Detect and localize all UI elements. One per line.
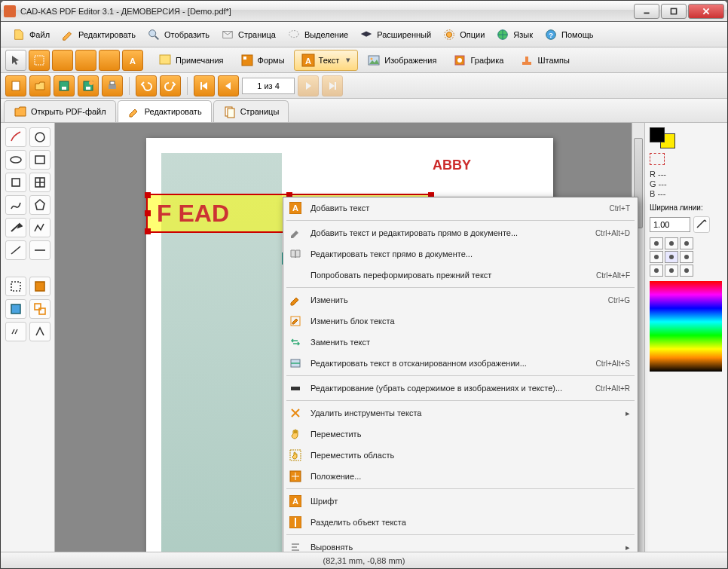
svg-point-30 [89,81,93,85]
anchor-br[interactable] [680,265,693,277]
group-tool[interactable] [29,299,50,319]
tab-pages-mode[interactable]: Страницы [213,100,289,122]
shape-tool-2[interactable] [75,50,96,71]
text-add-icon: A [288,200,303,216]
dd-delete-tools[interactable]: Удалить инструменты текста▸ [283,402,638,424]
dd-add-edit-text[interactable]: Добавить текст и редактировать прямо в д… [283,222,638,243]
anchor-bl[interactable] [650,265,663,277]
pointer-tool[interactable] [5,50,26,71]
anchor-tc[interactable] [665,237,678,249]
submenu-arrow-icon: ▸ [626,408,630,418]
redo-button[interactable] [160,75,181,96]
fill-tool[interactable] [29,277,50,296]
square-tool[interactable] [5,173,26,192]
menu-language[interactable]: Язык [491,25,537,44]
grid-tool[interactable] [29,173,50,192]
brush-tool[interactable] [5,127,26,147]
anchor-tr[interactable] [680,237,693,249]
dd-add-text[interactable]: AДобавить текстCtrl+T [283,197,638,219]
menu-advanced[interactable]: Расширенный [354,25,436,44]
dd-replace[interactable]: Заменить текст [283,332,638,353]
ellipse-tool[interactable] [5,150,26,170]
close-button[interactable] [688,4,724,19]
menu-file[interactable]: Файл [7,25,54,44]
zigzag-tool[interactable] [29,218,50,237]
anchor-tl[interactable] [650,237,663,249]
dd-split[interactable]: Разделить объект текста [283,512,638,533]
prev-page-button[interactable] [218,75,239,96]
menu-selection[interactable]: Выделение [282,25,353,44]
font-icon: A [288,494,303,509]
tab-edit-mode[interactable]: Редактировать [118,100,212,122]
dd-reformat[interactable]: Попробовать переформировать прежний текс… [283,265,638,286]
svg-point-35 [35,133,44,142]
file-icon [11,27,26,42]
menu-view[interactable]: Отобразить [142,25,214,44]
maximize-button[interactable] [661,4,687,19]
svg-text:A: A [292,203,298,213]
menu-options[interactable]: Опции [437,25,489,44]
tab-text[interactable]: AТекст▾ [294,50,359,71]
dd-redact[interactable]: Редактирование (убрать содержимое в изоб… [283,378,638,399]
linewidth-label: Ширина линии: [650,203,723,212]
tab-graphics[interactable]: Графика [445,50,511,71]
polygon-tool[interactable] [29,195,50,215]
saveas-button[interactable] [78,75,99,96]
select-tool[interactable] [29,50,50,71]
first-page-button[interactable] [194,75,215,96]
svg-rect-14 [160,55,170,64]
last-page-button[interactable] [322,75,343,96]
curve-tool[interactable] [5,195,26,215]
peak-tool[interactable] [29,322,50,341]
undo-button[interactable] [136,75,157,96]
dd-position[interactable]: Положение... [283,466,638,487]
dd-scan-edit[interactable]: Редактировать текст в отсканированном из… [283,353,638,374]
svg-text:A: A [292,497,298,506]
color-gradient[interactable] [650,281,722,372]
anchor-ml[interactable] [650,251,663,263]
linewidth-picker[interactable] [693,216,710,233]
anchor-mr[interactable] [680,251,693,263]
tab-open-pdf[interactable]: Открыть PDF-файл [4,100,116,122]
arrow-tool[interactable] [5,218,26,237]
shape-tool-3[interactable] [99,50,120,71]
dd-font[interactable]: AШрифт [283,491,638,512]
open-button[interactable] [29,75,50,96]
tab-images[interactable]: Изображения [359,50,444,71]
new-button[interactable] [5,75,26,96]
shape-tool-1[interactable] [52,50,73,71]
marquee-tool[interactable] [5,277,26,296]
print-button[interactable] [102,75,123,96]
line-tool[interactable] [5,240,26,260]
linewidth-input[interactable] [650,217,690,232]
tab-annotations[interactable]: Примечания [151,50,231,71]
svg-text:?: ? [549,30,553,38]
edit-icon [127,105,141,118]
rect-tool[interactable] [29,150,50,170]
anchor-bc[interactable] [665,265,678,277]
dd-move[interactable]: Переместить [283,424,638,445]
text-A-tool[interactable]: A [122,50,143,71]
minimize-button[interactable] [634,4,659,19]
magic-tool[interactable] [5,299,26,319]
menu-edit[interactable]: Редактировать [56,25,140,44]
drawing-tools-panel [1,123,55,552]
dd-change[interactable]: ИзменитьCtrl+G [283,289,638,311]
menu-help[interactable]: ?Помощь [539,25,598,44]
tab-forms[interactable]: Формы [233,50,292,71]
menu-page[interactable]: Страница [216,25,280,44]
help-icon: ? [543,27,558,42]
circle-tool[interactable] [29,127,50,147]
dd-align[interactable]: Выровнять▸ [283,537,638,552]
dd-change-block[interactable]: Изменить блок текста [283,311,638,332]
next-page-button[interactable] [298,75,319,96]
save-button[interactable] [54,75,75,96]
dd-edit-in-doc[interactable]: Редактировать текст прямо в документе... [283,243,638,265]
page-indicator[interactable]: 1 из 4 [242,78,295,94]
dd-move-area[interactable]: Переместить область [283,445,638,466]
tab-stamps[interactable]: Штампы [512,50,577,71]
anchor-mc[interactable] [665,251,678,263]
hline-tool[interactable] [29,240,50,260]
fg-color[interactable] [650,127,665,142]
chevrons-tool[interactable] [5,322,26,341]
